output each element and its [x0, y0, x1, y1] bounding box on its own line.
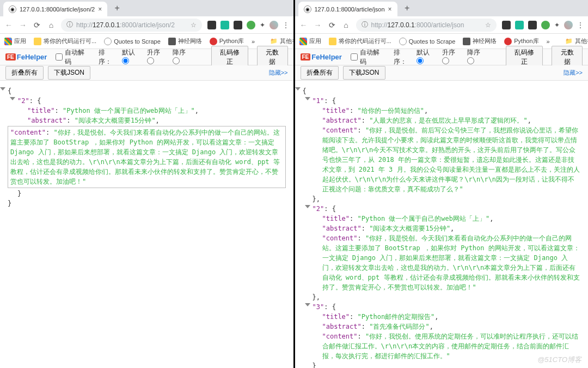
info-icon[interactable]: ⓘ: [362, 20, 368, 29]
tab-bar: ◉ 127.0.0.1:8000/article/json × +: [295, 0, 589, 16]
close-icon[interactable]: ×: [388, 5, 392, 13]
json-viewer: { "2": { "title": "Python 做一个属于自己的web网站「…: [0, 81, 293, 368]
tab-title: 127.0.0.1:8000/article/json/2: [20, 6, 95, 13]
bookmark-item[interactable]: 将你的代码运行可...: [34, 37, 96, 45]
fehelper-toolbar-2: 折叠所有 下载JSON 隐藏>>: [295, 65, 589, 81]
menu-icon[interactable]: ⋮: [283, 21, 289, 29]
address-bar-row: ← → ⟳ ⌂ ⓘ http://127.0.0.1:8000/article/…: [0, 16, 293, 34]
home-icon[interactable]: ⌂: [342, 21, 351, 29]
sort-group: 排序： 默认 升序 降序: [99, 48, 193, 67]
hide-link[interactable]: 隐藏>>: [564, 69, 583, 77]
sort-asc-radio[interactable]: 升序: [147, 48, 168, 66]
fehelper-toolbar: FEFeHelper 自动解码 排序： 默认 升序 降序 乱码修正 元数据: [295, 49, 589, 65]
bookmarks-bar: 应用 将你的代码运行可... Quotes to Scrape 神经网络 Pyt…: [295, 34, 589, 49]
bookmark-item[interactable]: 神经网络: [168, 37, 202, 45]
bookmarks-overflow[interactable]: »: [547, 38, 550, 45]
tab-bar: ◉ 127.0.0.1:8000/article/json/2 × +: [0, 0, 293, 16]
sort-default-radio[interactable]: 默认: [416, 48, 438, 66]
hide-link[interactable]: 隐藏>>: [269, 69, 288, 77]
sort-desc-radio[interactable]: 降序: [467, 48, 488, 66]
fehelper-logo[interactable]: FEFeHelper: [5, 53, 47, 61]
apps-button[interactable]: 应用: [4, 37, 26, 45]
collapse-all-button[interactable]: 折叠所有: [5, 66, 44, 80]
left-browser-window: ◉ 127.0.0.1:8000/article/json/2 × + ← → …: [0, 0, 295, 368]
watermark: @51CTO博客: [537, 355, 581, 365]
collapse-toggle-icon[interactable]: [305, 205, 310, 208]
bookmark-item[interactable]: 神经网络: [463, 37, 497, 45]
collapse-toggle-icon[interactable]: [10, 97, 15, 100]
new-tab-button[interactable]: +: [402, 3, 413, 14]
other-bookmarks[interactable]: 📁其他书签: [565, 37, 588, 45]
collapse-toggle-icon[interactable]: [305, 303, 310, 306]
forward-icon: →: [19, 21, 27, 29]
collapse-toggle-icon[interactable]: [305, 97, 310, 100]
ext-icon[interactable]: [515, 21, 524, 29]
ext-icon[interactable]: [234, 21, 242, 29]
address-bar[interactable]: ⓘ http://127.0.0.1:8000/article/json ☆: [356, 19, 497, 32]
bookmark-item[interactable]: Quotes to Scrape: [399, 38, 456, 45]
download-json-button[interactable]: 下载JSON: [48, 66, 90, 80]
browser-tab[interactable]: ◉ 127.0.0.1:8000/article/json ×: [298, 2, 397, 17]
back-icon[interactable]: ←: [4, 21, 13, 29]
bookmark-item[interactable]: 将你的代码运行可...: [329, 37, 391, 45]
fehelper-toolbar-2: 折叠所有 下载JSON 隐藏>>: [0, 65, 293, 81]
globe-icon: ◉: [9, 5, 16, 13]
avatar[interactable]: [564, 21, 573, 29]
bookmark-item[interactable]: Python库: [504, 37, 538, 45]
bookmarks-bar: 应用 将你的代码运行可... Quotes to Scrape 神经网络 Pyt…: [0, 34, 293, 49]
sort-default-radio[interactable]: 默认: [122, 48, 143, 66]
ext-icon[interactable]: [502, 21, 511, 29]
home-icon[interactable]: ⌂: [47, 21, 56, 29]
fehelper-logo[interactable]: FEFeHelper: [301, 53, 342, 61]
star-icon[interactable]: ☆: [191, 21, 197, 29]
extensions: ✦ ⋮: [207, 21, 289, 29]
collapse-all-button[interactable]: 折叠所有: [301, 66, 339, 80]
url-text: http://127.0.0.1:8000/article/json/2: [76, 21, 187, 29]
url-text: http://127.0.0.1:8000/article/json: [371, 21, 482, 29]
extensions: ✦ ⋮: [502, 21, 584, 29]
sort-group: 排序： 默认 升序 降序: [394, 48, 488, 67]
reload-icon[interactable]: ⟳: [328, 21, 336, 29]
collapse-toggle-icon[interactable]: [0, 87, 5, 91]
auto-decode-checkbox[interactable]: 自动解码: [56, 48, 90, 67]
sort-desc-radio[interactable]: 降序: [173, 48, 194, 66]
ext-icon[interactable]: [528, 21, 537, 29]
ext-icon[interactable]: [207, 21, 216, 29]
bookmark-item[interactable]: Quotes to Scrape: [104, 38, 161, 45]
address-bar-row: ← → ⟳ ⌂ ⓘ http://127.0.0.1:8000/article/…: [295, 16, 589, 34]
tab-title: 127.0.0.1:8000/article/json: [315, 6, 385, 13]
reload-icon[interactable]: ⟳: [33, 21, 41, 29]
globe-icon: ◉: [304, 5, 311, 13]
json-content-row[interactable]: "content": "你好，我是悦创。今天我们来看看自动化办公系列中的做一个自…: [8, 126, 286, 188]
bookmarks-overflow[interactable]: »: [252, 38, 255, 45]
download-json-button[interactable]: 下载JSON: [343, 66, 385, 80]
fehelper-toolbar: FEFeHelper 自动解码 排序： 默认 升序 降序 乱码修正 元数据: [0, 49, 293, 65]
collapse-toggle-icon[interactable]: [295, 87, 301, 91]
puzzle-icon[interactable]: ✦: [554, 21, 560, 29]
star-icon[interactable]: ☆: [485, 21, 491, 29]
close-icon[interactable]: ×: [98, 5, 102, 13]
puzzle-icon[interactable]: ✦: [260, 21, 265, 29]
ext-icon[interactable]: [220, 21, 229, 29]
sort-asc-radio[interactable]: 升序: [442, 48, 463, 66]
new-tab-button[interactable]: +: [112, 3, 122, 14]
avatar[interactable]: [270, 21, 278, 29]
other-bookmarks[interactable]: 📁其他书签: [270, 37, 295, 45]
auto-decode-checkbox[interactable]: 自动解码: [351, 48, 385, 67]
json-viewer: { "1": { "title": "给你的一份简短的信", "abstract…: [295, 81, 589, 368]
apps-button[interactable]: 应用: [299, 37, 321, 45]
right-browser-window: ◉ 127.0.0.1:8000/article/json × + ← → ⟳ …: [295, 0, 589, 368]
ext-icon[interactable]: [247, 21, 255, 29]
address-bar[interactable]: ⓘ http://127.0.0.1:8000/article/json/2 ☆: [61, 19, 202, 32]
ext-icon[interactable]: [541, 21, 550, 29]
browser-tab[interactable]: ◉ 127.0.0.1:8000/article/json/2 ×: [3, 2, 107, 17]
forward-icon: →: [314, 21, 322, 29]
info-icon[interactable]: ⓘ: [66, 20, 73, 29]
bookmark-item[interactable]: Python库: [210, 37, 244, 45]
menu-icon[interactable]: ⋮: [577, 21, 584, 29]
back-icon[interactable]: ←: [299, 21, 308, 29]
